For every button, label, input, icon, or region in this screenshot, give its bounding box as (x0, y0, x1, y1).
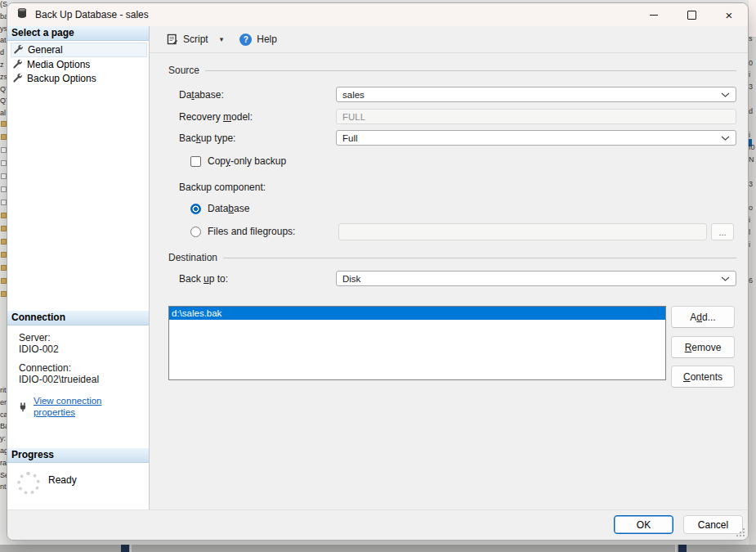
help-label: Help (257, 34, 277, 45)
recovery-model-field: FULL (336, 109, 736, 124)
view-connection-properties-link[interactable]: View connection properties (34, 396, 145, 418)
resize-grip[interactable] (736, 527, 745, 537)
folder-icon (1, 265, 7, 271)
sidebar: Select a page General Media Options Back… (7, 26, 150, 509)
background-navy-mark (121, 545, 129, 552)
ok-button[interactable]: OK (614, 515, 673, 534)
minimize-icon (650, 15, 658, 16)
server-value: IDIO-002 (19, 344, 145, 356)
database-label: Database: (179, 89, 224, 101)
script-button[interactable]: Script (163, 30, 212, 48)
back-up-to-combobox[interactable]: Disk (336, 271, 736, 286)
window-title: Back Up Database - sales (35, 9, 149, 20)
destination-file-list[interactable]: d:\sales.bak (168, 306, 666, 380)
sidebar-item-media-options[interactable]: Media Options (11, 58, 147, 71)
add-button[interactable]: Add... (671, 306, 735, 328)
sidebar-item-backup-options[interactable]: Backup Options (11, 72, 147, 85)
tree-expand-icon (1, 173, 7, 179)
remove-button[interactable]: Remove (671, 336, 735, 358)
database-radio-row: Database (190, 203, 249, 214)
copy-only-backup-checkbox[interactable] (190, 156, 201, 167)
background-bottom-strip (0, 545, 756, 552)
tree-expand-icon (1, 147, 7, 153)
select-a-page-header: Select a page (7, 26, 149, 41)
files-filegroups-field (338, 223, 707, 240)
folder-icon (1, 278, 7, 284)
progress-status: Ready (48, 474, 77, 486)
background-right-strip: s 0 i 3 d i I0 N 3 o i l i 6 (749, 0, 756, 552)
wrench-icon (13, 74, 23, 83)
close-button[interactable]: × (710, 3, 748, 26)
connection-value: IDIO-002\trueideal (19, 375, 145, 386)
folder-icon (1, 291, 7, 297)
background-tree-icons (1, 121, 7, 304)
close-icon: × (726, 9, 733, 21)
dialog-footer: OK Cancel (7, 509, 748, 540)
maximize-button[interactable] (673, 3, 710, 26)
folder-icon (1, 252, 7, 258)
database-combobox[interactable]: sales (336, 87, 736, 102)
recovery-model-value: FULL (342, 112, 365, 122)
help-icon: ? (239, 34, 252, 46)
wrench-icon (13, 60, 23, 70)
database-radio[interactable] (190, 204, 201, 214)
files-filegroups-radio-label: Files and filegroups: (208, 226, 295, 237)
source-group-caption: Source (168, 65, 736, 76)
backup-type-combobox[interactable]: Full (336, 130, 736, 146)
folder-icon (1, 213, 7, 218)
server-label: Server: (19, 333, 145, 344)
main-panel: Script ▾ ? Help Source Database: sales (150, 26, 748, 509)
backup-database-dialog: Back Up Database - sales × Select a page… (7, 2, 749, 541)
folder-icon (1, 239, 7, 245)
files-filegroups-radio-row: Files and filegroups: (190, 226, 295, 237)
sidebar-item-label: General (28, 44, 63, 56)
connection-header: Connection (7, 311, 149, 325)
maximize-icon (687, 11, 696, 20)
background-light-mark (130, 545, 132, 552)
background-left-strip: (S ba ys at d z zs QT QT al rit er ca Ba… (0, 0, 7, 552)
sidebar-item-label: Backup Options (27, 73, 96, 84)
folder-icon (1, 134, 7, 140)
files-filegroups-radio[interactable] (190, 227, 201, 237)
database-radio-label: Database (208, 203, 249, 214)
script-dropdown-chevron-icon[interactable]: ▾ (216, 32, 228, 47)
cancel-button[interactable]: Cancel (683, 515, 743, 534)
sidebar-item-label: Media Options (27, 59, 90, 70)
browse-button[interactable]: ... (711, 223, 734, 240)
contents-button[interactable]: Contents (671, 366, 735, 388)
recovery-model-label: Recovery model: (179, 111, 253, 123)
script-icon (167, 34, 178, 45)
progress-header: Progress (7, 448, 149, 463)
sidebar-item-general[interactable]: General (11, 43, 147, 57)
back-up-to-value: Disk (342, 274, 360, 284)
toolbar: Script ▾ ? Help (150, 26, 748, 53)
tree-expand-icon (1, 160, 7, 166)
title-bar[interactable]: Back Up Database - sales × (7, 3, 748, 26)
minimize-button[interactable] (635, 3, 673, 26)
source-caption-label: Source (168, 65, 199, 76)
wrench-icon (14, 45, 24, 55)
folder-icon (1, 121, 7, 127)
copy-only-backup-row: Copy-only backup (190, 155, 286, 167)
group-divider (205, 70, 736, 71)
connection-properties-icon (19, 402, 29, 412)
destination-caption-label: Destination (168, 252, 217, 263)
database-icon (16, 7, 28, 22)
help-button[interactable]: ? Help (235, 30, 281, 49)
general-page: Source Database: sales Recovery model: F… (150, 53, 748, 509)
background-text-fragments-right: s 0 i 3 d i I0 N 3 o i l i 6 (749, 33, 756, 287)
chevron-down-icon (721, 136, 730, 141)
chevron-down-icon (721, 276, 730, 281)
tree-expand-icon (1, 186, 7, 192)
database-value: sales (342, 90, 365, 100)
destination-file-item-selected[interactable]: d:\sales.bak (169, 307, 665, 320)
background-navy-mark (678, 545, 687, 552)
destination-group-caption: Destination (168, 252, 736, 263)
progress-spinner-icon (17, 472, 40, 495)
group-divider (223, 258, 736, 258)
connection-label: Connection: (19, 363, 145, 375)
copy-only-backup-label: Copy-only backup (208, 155, 286, 167)
backup-type-value: Full (342, 133, 358, 143)
script-label: Script (183, 34, 208, 45)
folder-icon (1, 226, 7, 231)
